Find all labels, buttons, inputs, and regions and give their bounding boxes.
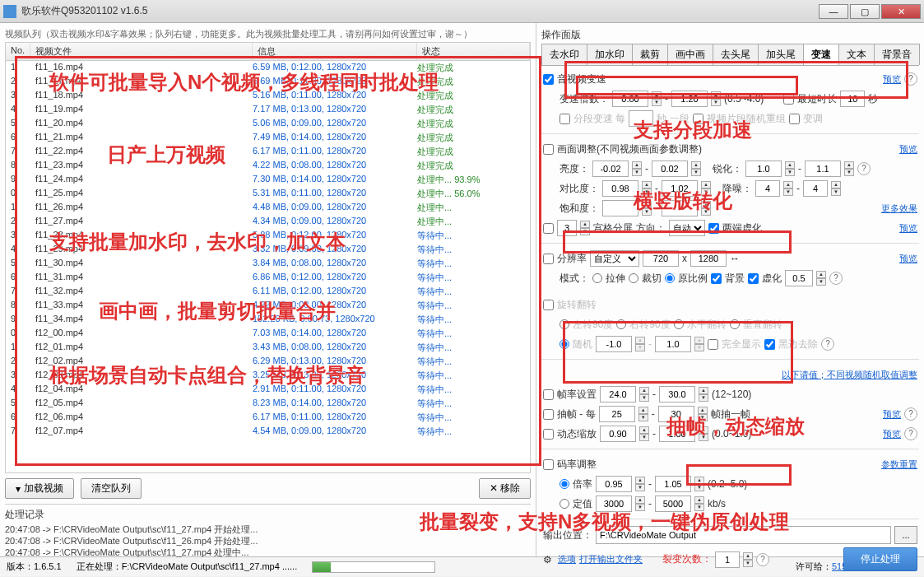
table-row[interactable]: 2f11_27.mp44.34 MB, 0:09.00, 1280x720处理中… (6, 215, 530, 229)
load-video-button[interactable]: ▾加载视频 (5, 478, 74, 499)
speed-checkbox[interactable] (543, 74, 554, 85)
dropframe-checkbox[interactable] (543, 409, 554, 420)
table-row[interactable]: 8f11_23.mp44.22 MB, 0:08.00, 1280x720处理完… (6, 159, 530, 173)
panel-title: 操作面版 (541, 26, 919, 44)
open-output-link[interactable]: 打开输出文件夹 (579, 553, 643, 565)
table-row[interactable]: 2f12_02.mp46.29 MB, 0:13.00, 1280x720等待中… (6, 355, 530, 369)
video-table: No. 视频文件 信息 状态 1f11_16.mp46.59 MB, 0:12.… (5, 42, 531, 473)
titlebar: 歌乐软件Q953201102 v1.6.5 — ▢ ✕ (0, 0, 924, 23)
tab-1[interactable]: 加水印 (587, 44, 633, 65)
tab-0[interactable]: 去水印 (541, 44, 587, 65)
col-info[interactable]: 信息 (253, 43, 417, 60)
table-row[interactable]: 7f12_07.mp44.54 MB, 0:09.00, 1280x720等待中… (6, 425, 530, 439)
direction-select[interactable]: 自动 (669, 220, 705, 236)
resolution-checkbox[interactable] (543, 254, 554, 264)
minimize-button[interactable]: — (819, 4, 848, 19)
table-row[interactable]: 6f11_31.mp46.86 MB, 0:12.00, 1280x720等待中… (6, 271, 530, 285)
help-icon[interactable]: ? (829, 272, 843, 285)
video-rows[interactable]: 1f11_16.mp46.59 MB, 0:12.00, 1280x720处理完… (6, 61, 530, 460)
split-count-input[interactable] (715, 551, 740, 568)
table-row[interactable]: 5f12_05.mp48.23 MB, 0:14.00, 1280x720等待中… (6, 397, 530, 411)
swap-icon[interactable]: ↔ (730, 253, 740, 264)
help-icon[interactable]: ? (904, 72, 917, 86)
close-button[interactable]: ✕ (881, 4, 921, 19)
options-link[interactable]: 选项 (558, 553, 576, 565)
fps-hint: 以下请值；不同视频随机取值调整 (782, 369, 917, 381)
table-row[interactable]: 1f11_16.mp46.59 MB, 0:12.00, 1280x720处理完… (6, 61, 530, 75)
table-row[interactable]: 2f11_17.mp46.69 MB, 0:11.00, 1280x720处理完… (6, 75, 530, 89)
tab-7[interactable]: 文本 (838, 44, 875, 65)
table-row[interactable]: 4f12_04.mp42.91 MB, 0:11.00, 1280x720等待中… (6, 383, 530, 397)
log-box: 20:47:08 -> F:\CRVideoMate Output\sc\f11… (5, 523, 531, 560)
tab-6[interactable]: 变速 (803, 44, 839, 65)
table-row[interactable]: 0f11_25.mp45.31 MB, 0:11.00, 1280x720处理中… (6, 187, 530, 201)
more-effects-link[interactable]: 更多效果 (881, 202, 917, 215)
table-row[interactable]: 5f11_20.mp45.06 MB, 0:09.00, 1280x720处理完… (6, 117, 530, 131)
help-icon[interactable]: ? (821, 337, 834, 351)
adjust-preview-link[interactable]: 预览 (899, 143, 917, 156)
table-row[interactable]: 4f11_29.mp43.32 MB, 0:09.00, 1280x720等待中… (6, 243, 530, 257)
col-status[interactable]: 状态 (417, 43, 530, 60)
table-row[interactable]: 3f12_03.mp43.25 MB, 0:13.00, 1280x720等待中… (6, 369, 530, 383)
table-row[interactable]: 9f11_34.mp4152.20 KB, 0:00.73, 1280x720等… (6, 313, 530, 327)
table-row[interactable]: 3f11_28.mp45.88 MB, 0:12.00, 1280x720等待中… (6, 229, 530, 243)
segment-checkbox[interactable] (560, 114, 570, 124)
window-title: 歌乐软件Q953201102 v1.6.5 (21, 4, 817, 18)
mintime-input[interactable] (840, 91, 865, 107)
table-row[interactable]: 7f11_22.mp46.17 MB, 0:11.00, 1280x720处理完… (6, 145, 530, 159)
tab-5[interactable]: 加头尾 (758, 44, 804, 65)
fps-checkbox[interactable] (543, 389, 554, 400)
table-row[interactable]: 7f11_32.mp46.11 MB, 0:12.00, 1280x720等待中… (6, 285, 530, 299)
stop-button[interactable]: 停止处理 (843, 547, 917, 571)
table-row[interactable]: 0f12_00.mp47.03 MB, 0:14.00, 1280x720等待中… (6, 327, 530, 341)
table-row[interactable]: 1f12_01.mp43.43 MB, 0:08.00, 1280x720等待中… (6, 341, 530, 355)
plus-icon: ▾ (16, 483, 21, 495)
speed-max-input[interactable] (671, 91, 708, 107)
mintime-checkbox[interactable] (783, 94, 794, 105)
table-row[interactable]: 9f11_24.mp47.30 MB, 0:14.00, 1280x720处理中… (6, 173, 530, 187)
remove-button[interactable]: ✕ 移除 (479, 478, 531, 499)
res-mode-select[interactable]: 自定义 (590, 250, 639, 267)
table-row[interactable]: 4f11_19.mp47.17 MB, 0:13.00, 1280x720处理完… (6, 103, 530, 117)
app-icon (3, 5, 16, 18)
output-path-input[interactable] (596, 526, 891, 544)
zoom-checkbox[interactable] (543, 429, 554, 440)
tab-8[interactable]: 背景音 (874, 44, 920, 65)
tab-3[interactable]: 画中画 (667, 44, 713, 65)
speed-preview-link[interactable]: 预览 (883, 73, 901, 86)
table-row[interactable]: 6f11_21.mp47.49 MB, 0:14.00, 1280x720处理完… (6, 131, 530, 145)
res-height-input[interactable] (690, 250, 727, 267)
res-width-input[interactable] (643, 250, 679, 267)
col-no[interactable]: No. (6, 43, 30, 60)
table-row[interactable]: 1f11_26.mp44.48 MB, 0:09.00, 1280x720处理中… (6, 201, 530, 215)
help-icon[interactable]: ? (904, 427, 917, 440)
gear-icon: ⚙ (543, 554, 555, 565)
rotate-checkbox[interactable] (543, 300, 554, 310)
maximize-button[interactable]: ▢ (850, 4, 880, 19)
queue-hint: 视频队列（双击视频水印&字幕效果；队列右键，功能更多。此为视频批量处理工具，请别… (5, 26, 531, 42)
help-icon[interactable]: ? (904, 407, 917, 421)
bitrate-checkbox[interactable] (543, 459, 554, 470)
reset-link[interactable]: 参数重置 (881, 458, 917, 471)
table-row[interactable]: 5f11_30.mp43.84 MB, 0:08.00, 1280x720等待中… (6, 257, 530, 271)
help-icon[interactable]: ? (756, 553, 769, 566)
browse-button[interactable]: ... (894, 526, 917, 544)
adjust-checkbox[interactable] (543, 144, 554, 155)
speed-min-input[interactable] (612, 91, 648, 107)
help-icon[interactable]: ? (857, 162, 871, 175)
table-row[interactable]: 3f11_18.mp45.16 MB, 0:11.00, 1280x720处理完… (6, 89, 530, 103)
clear-queue-button[interactable]: 清空队列 (81, 478, 142, 499)
tabs: 去水印加水印裁剪画中画去头尾加头尾变速文本背景音 (541, 44, 919, 66)
col-file[interactable]: 视频文件 (30, 43, 253, 60)
speed-label: 音视频变速 (557, 72, 606, 86)
log-title: 处理记录 (5, 506, 531, 523)
table-row[interactable]: 6f12_06.mp46.17 MB, 0:11.00, 1280x720等待中… (6, 411, 530, 425)
tab-2[interactable]: 裁剪 (632, 44, 668, 65)
table-row[interactable]: 8f11_33.mp44.22 MB, 0:08.00, 1280x720等待中… (6, 299, 530, 313)
progress-bar (312, 561, 435, 573)
tab-4[interactable]: 去头尾 (713, 44, 759, 65)
